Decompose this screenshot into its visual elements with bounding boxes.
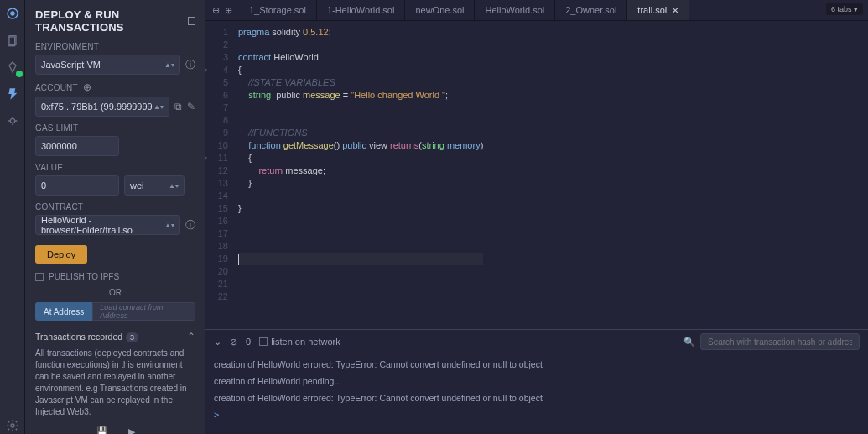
gas-input[interactable]: 3000000 [35,136,119,156]
svg-point-5 [11,424,14,427]
logo-icon[interactable] [4,5,21,22]
svg-point-4 [10,118,14,123]
tab-newone[interactable]: newOne.sol [405,0,475,20]
tx-description: All transactions (deployed contracts and… [35,348,195,418]
search-icon[interactable]: 🔍 [683,337,695,348]
at-address-input[interactable]: Load contract from Address [92,302,195,321]
tab-owner[interactable]: 2_Owner.sol [555,0,627,20]
value-input[interactable]: 0 [35,175,119,196]
add-account-icon[interactable]: ⊕ [83,81,91,93]
tab-bar: ⊖ ⊕ 1_Storage.sol 1-HelloWorld.sol newOn… [205,0,868,21]
close-tab-icon[interactable]: ✕ [672,6,678,15]
env-info-icon[interactable]: ⓘ [185,58,195,72]
deploy-panel: DEPLOY & RUN TRANSACTIONS ENVIRONMENT Ja… [25,0,205,434]
collapse-console-icon[interactable]: ⌄ [214,337,221,348]
account-select[interactable]: 0xf75...79Bb1 (99.9999999▲▾ [35,97,169,117]
deploy-button[interactable]: Deploy [35,245,87,264]
env-label: ENVIRONMENT [35,42,195,51]
debug-icon[interactable] [4,112,21,129]
settings-icon[interactable] [4,417,21,434]
or-divider: OR [35,288,195,297]
compile-status-dot [16,71,23,77]
value-unit-select[interactable]: wei▲▾ [124,175,185,196]
panel-title: DEPLOY & RUN TRANSACTIONS [35,8,195,34]
editor-area: ⊖ ⊕ 1_Storage.sol 1-HelloWorld.sol newOn… [205,0,868,434]
pending-count: 0 [246,337,251,347]
deploy-icon[interactable] [4,86,21,102]
log-line: creation of HelloWorld errored: TypeErro… [214,390,860,407]
contract-info-icon[interactable]: ⓘ [185,218,195,233]
tab-trail[interactable]: trail.sol✕ [627,0,689,20]
console-log: creation of HelloWorld errored: TypeErro… [205,353,868,434]
console-prompt[interactable]: > [214,407,860,424]
save-tx-icon[interactable]: 💾 [96,426,108,434]
log-line: creation of HelloWorld errored: TypeErro… [214,357,860,374]
account-label: ACCOUNT⊕ [35,81,195,93]
copy-account-icon[interactable]: ⧉ [174,101,182,112]
tx-count-badge: 3 [126,332,138,342]
vertical-iconbar [0,0,25,434]
copy-icon[interactable] [188,17,195,25]
value-label: VALUE [35,163,195,172]
contract-label: CONTRACT [35,202,195,212]
tab-storage[interactable]: 1_Storage.sol [239,0,317,20]
zoom-out-icon[interactable]: ⊖ [212,5,220,16]
files-icon[interactable] [4,32,21,49]
zoom-in-icon[interactable]: ⊕ [225,5,232,16]
contract-select[interactable]: HelloWorld - browser/Folder/trail.so▲▾ [35,215,180,235]
edit-account-icon[interactable]: ✎ [187,101,195,112]
tx-recorded-header[interactable]: Transactions recorded3 ⌃ [35,331,195,342]
play-tx-icon[interactable]: ▶ [128,426,135,434]
log-line: creation of HelloWorld pending... [214,374,860,390]
tab-hello[interactable]: HelloWorld.sol [475,0,555,20]
svg-point-1 [10,11,14,15]
env-select[interactable]: JavaScript VM▲▾ [35,55,180,75]
console: ⌄ ⊘ 0 listen on network 🔍 creation of He… [205,329,868,434]
console-search-input[interactable] [700,333,860,350]
gas-label: GAS LIMIT [35,123,195,133]
listen-checkbox[interactable] [259,337,268,346]
clear-console-icon[interactable]: ⊘ [230,337,237,348]
compile-icon[interactable] [4,59,21,76]
console-bar: ⌄ ⊘ 0 listen on network 🔍 [205,330,868,353]
at-address-button[interactable]: At Address [35,302,92,321]
code-editor[interactable]: 12345678910111213141516171819202122 prag… [205,21,868,329]
publish-checkbox[interactable]: PUBLISH TO IPFS [35,272,195,281]
tab-hello1[interactable]: 1-HelloWorld.sol [317,0,406,20]
tab-count-badge[interactable]: 6 tabs ▾ [826,3,863,15]
chevron-up-icon[interactable]: ⌃ [187,331,195,342]
zoom-controls: ⊖ ⊕ [205,0,239,20]
